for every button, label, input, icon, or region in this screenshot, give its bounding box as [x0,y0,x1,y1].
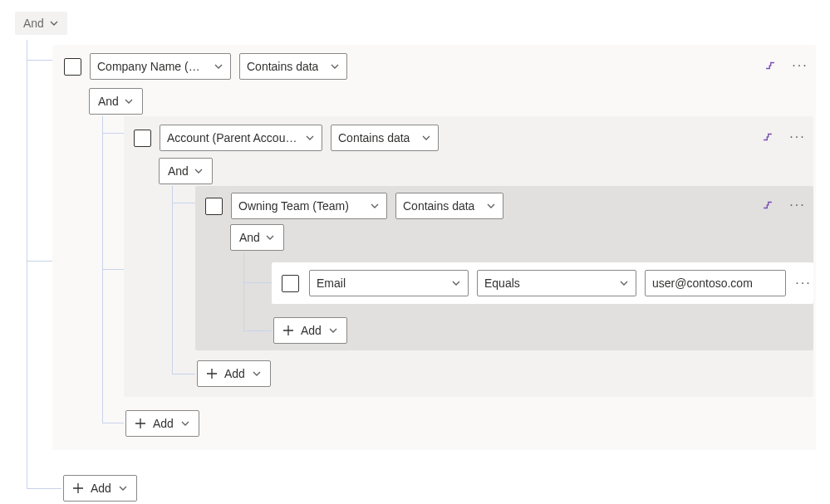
chevron-down-icon [118,483,128,493]
add-button-root[interactable]: Add [63,475,137,502]
add-label: Add [153,417,174,430]
tree-line [102,423,124,423]
operator-select-level2[interactable]: Contains data [331,125,439,151]
tree-line [102,133,124,134]
add-label: Add [224,367,245,380]
condition-operator-label: Equals [484,276,520,290]
tree-line [172,203,195,203]
tree-line [27,40,27,488]
add-label: Add [301,324,322,337]
condition-row: Email Equals user@contoso.co [272,262,813,304]
chevron-down-icon [214,61,223,71]
group-operator-pill-level2[interactable]: And [159,158,213,184]
tree-line [172,186,173,374]
group-operator-label: And [239,231,260,244]
group-card-level2: Account (Parent Account) Contains data ·… [124,116,813,397]
chevron-down-icon [265,232,275,242]
group-operator-label: And [168,164,189,178]
root-operator-label: And [23,17,44,30]
collapse-icon[interactable] [760,198,775,213]
plus-icon [135,418,146,429]
field-select-label: Account (Parent Account) [167,131,298,144]
condition-value-input[interactable]: user@contoso.com [645,270,786,296]
group-header-actions-level1: ··· [763,58,808,73]
chevron-down-icon [451,278,461,288]
group-header-level1: Company Name (Accou… Contains data [64,53,347,80]
collapse-icon[interactable] [760,130,775,144]
field-select-label: Company Name (Accou… [97,60,207,73]
tree-line [243,282,272,283]
chevron-down-icon [328,325,338,335]
field-select-level1[interactable]: Company Name (Accou… [90,53,231,80]
field-select-label: Owning Team (Team) [238,199,349,213]
condition-field-label: Email [317,276,346,290]
more-actions-button[interactable]: ··· [790,198,805,213]
tree-line [102,116,103,423]
plus-icon [72,482,84,494]
chevron-down-icon [619,278,629,288]
tree-line [27,60,53,61]
chevron-down-icon [180,418,190,428]
group-header-level2: Account (Parent Account) Contains data [134,125,439,151]
tree-line [27,488,61,489]
field-select-level2[interactable]: Account (Parent Account) [160,125,322,151]
chevron-down-icon [49,18,59,28]
condition-field-select[interactable]: Email [309,270,469,296]
operator-label: Contains data [247,60,318,73]
ellipsis-icon: ··· [789,198,805,212]
more-actions-button[interactable]: ··· [796,276,811,291]
checkbox[interactable] [64,58,81,76]
operator-label: Contains data [338,131,410,144]
filter-canvas: Company Name (Accou… Contains data ··· A… [15,40,815,504]
group-operator-pill-level3[interactable]: And [230,224,284,251]
group-operator-pill-level1[interactable]: And [89,88,143,115]
checkbox[interactable] [282,275,299,292]
operator-select-level3[interactable]: Contains data [395,193,503,219]
ellipsis-icon: ··· [789,130,805,144]
add-label: Add [91,482,111,495]
chevron-down-icon [252,369,262,379]
ellipsis-icon: ··· [795,276,811,290]
tree-line [243,252,244,330]
group-card-level3: Owning Team (Team) Contains data [195,186,813,350]
group-header-actions-level2: ··· [760,130,805,144]
tree-line [102,269,124,270]
add-button-level3[interactable]: Add [273,317,347,344]
tree-line [172,374,195,374]
operator-select-level1[interactable]: Contains data [239,53,347,80]
group-operator-label: And [98,95,119,108]
chevron-down-icon [194,166,204,176]
ellipsis-icon: ··· [792,59,808,72]
chevron-down-icon [124,96,134,106]
collapse-icon[interactable] [763,58,778,73]
group-header-actions-level3: ··· [760,198,805,213]
add-button-level2[interactable]: Add [197,360,271,387]
group-header-level3: Owning Team (Team) Contains data [205,193,503,219]
group-card-level1: Company Name (Accou… Contains data ··· A… [52,45,816,450]
more-actions-button[interactable]: ··· [793,58,808,73]
chevron-down-icon [330,61,340,71]
plus-icon [206,368,218,379]
tree-line [27,261,53,262]
chevron-down-icon [421,133,431,143]
operator-label: Contains data [403,199,474,213]
root-operator-pill[interactable]: And [15,12,67,35]
chevron-down-icon [370,201,380,211]
field-select-level3[interactable]: Owning Team (Team) [231,193,387,219]
condition-operator-select[interactable]: Equals [477,270,636,296]
condition-value-text: user@contoso.com [652,276,753,290]
add-button-level1[interactable]: Add [125,410,199,437]
more-actions-button[interactable]: ··· [790,130,805,144]
plus-icon [282,325,294,336]
chevron-down-icon [305,133,315,143]
checkbox[interactable] [134,130,151,147]
tree-line [243,330,272,331]
chevron-down-icon [486,201,496,211]
checkbox[interactable] [205,198,223,215]
